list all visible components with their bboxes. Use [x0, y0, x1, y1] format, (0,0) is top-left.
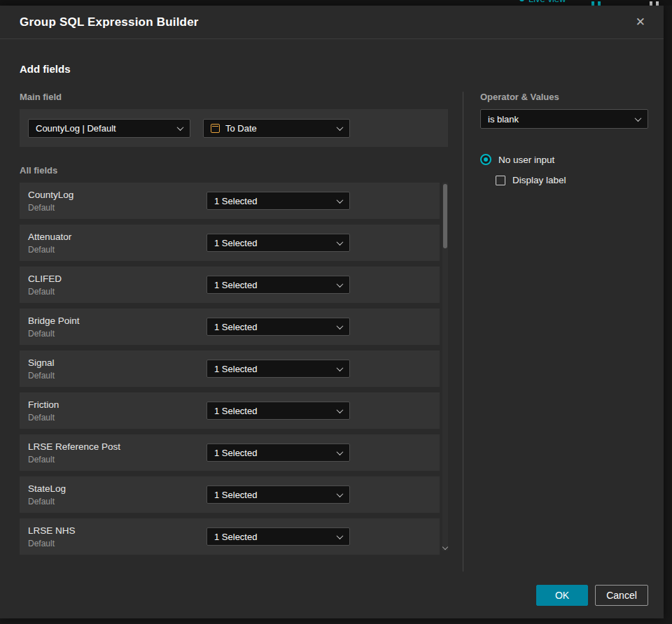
all-fields-label: All fields — [20, 165, 448, 176]
field-row: StateLog Default 1 Selected — [20, 476, 440, 513]
field-row: LRSE Reference Post Default 1 Selected — [20, 434, 440, 471]
all-fields-list: CountyLog Default 1 Selected Attenuator … — [20, 183, 448, 555]
display-label-text: Display label — [512, 175, 566, 185]
field-selected-dropdown[interactable]: 1 Selected — [206, 527, 350, 546]
dialog-footer: OK Cancel — [0, 585, 664, 618]
add-fields-heading: Add fields — [20, 63, 648, 75]
field-meta: StateLog Default — [28, 483, 206, 506]
cancel-button[interactable]: Cancel — [595, 585, 648, 606]
field-row: CLIFED Default 1 Selected — [20, 267, 440, 303]
scrollbar[interactable] — [442, 183, 448, 551]
no-user-input-label: No user input — [498, 155, 554, 165]
field-rows-container: CountyLog Default 1 Selected Attenuator … — [20, 183, 448, 555]
close-icon[interactable]: ✕ — [633, 13, 648, 31]
field-selected-value: 1 Selected — [214, 238, 257, 248]
field-selected-dropdown[interactable]: 1 Selected — [206, 192, 350, 210]
field-selected-value: 1 Selected — [214, 532, 257, 542]
field-row: CountyLog Default 1 Selected — [20, 183, 440, 219]
radio-selected-icon — [480, 154, 491, 165]
field-name: Attenuator — [28, 232, 206, 242]
chevron-down-icon — [635, 115, 642, 122]
background-toolbar-strip: Live view — [0, 0, 672, 6]
field-selected-dropdown[interactable]: 1 Selected — [206, 444, 350, 462]
operator-values-label: Operator & Values — [480, 92, 648, 102]
field-meta: Attenuator Default — [28, 232, 206, 255]
field-name: StateLog — [28, 483, 206, 494]
field-subtitle: Default — [28, 413, 206, 423]
field-selected-value: 1 Selected — [214, 364, 257, 374]
field-meta: Bridge Point Default — [28, 315, 206, 339]
field-subtitle: Default — [28, 455, 206, 465]
operator-select-value: is blank — [488, 114, 519, 125]
checkbox-unchecked-icon — [496, 176, 505, 185]
field-row: Friction Default 1 Selected — [20, 392, 440, 429]
scrollbar-thumb[interactable] — [443, 184, 447, 248]
dialog-body: Add fields Main field CountyLog | Defaul… — [0, 39, 664, 585]
main-field-date-value: To Date — [225, 123, 257, 134]
field-name: CLIFED — [28, 274, 206, 284]
field-selected-dropdown[interactable]: 1 Selected — [206, 360, 350, 378]
field-selected-value: 1 Selected — [214, 448, 257, 458]
operator-values-panel: Operator & Values is blank No user input… — [463, 92, 648, 572]
field-meta: Signal Default — [28, 357, 206, 381]
group-sql-expression-builder-dialog: Group SQL Expression Builder ✕ Add field… — [0, 6, 664, 618]
dialog-header: Group SQL Expression Builder ✕ — [0, 6, 664, 39]
field-name: Bridge Point — [28, 315, 206, 326]
live-view-indicator: Live view — [519, 0, 566, 4]
live-view-label: Live view — [528, 0, 566, 4]
field-selected-dropdown[interactable]: 1 Selected — [206, 485, 350, 504]
main-field-label: Main field — [20, 92, 448, 102]
field-name: CountyLog — [28, 190, 206, 200]
field-meta: CLIFED Default — [28, 274, 206, 297]
chevron-down-icon — [177, 124, 184, 131]
field-subtitle: Default — [28, 245, 206, 255]
field-selected-dropdown[interactable]: 1 Selected — [206, 276, 350, 294]
field-selected-value: 1 Selected — [214, 196, 257, 206]
main-field-select-value: CountyLog | Default — [36, 123, 116, 134]
field-selected-value: 1 Selected — [214, 406, 257, 416]
field-selected-dropdown[interactable]: 1 Selected — [206, 234, 350, 252]
field-selected-value: 1 Selected — [214, 490, 257, 500]
field-selected-dropdown[interactable]: 1 Selected — [206, 402, 350, 420]
field-subtitle: Default — [28, 497, 206, 506]
main-field-select[interactable]: CountyLog | Default — [28, 119, 190, 138]
field-selected-value: 1 Selected — [214, 322, 257, 332]
chevron-down-icon — [337, 532, 344, 539]
field-name: LRSE NHS — [28, 525, 206, 536]
field-row: Attenuator Default 1 Selected — [20, 225, 440, 261]
field-meta: LRSE Reference Post Default — [28, 441, 206, 465]
field-row: LRSE NHS Default 1 Selected — [20, 518, 440, 555]
field-name: Friction — [28, 399, 206, 410]
main-field-row: CountyLog | Default To Date — [20, 109, 448, 147]
chevron-down-icon — [337, 364, 344, 371]
fields-column: Main field CountyLog | Default To Date A… — [20, 92, 448, 572]
field-row: Signal Default 1 Selected — [20, 350, 440, 387]
chevron-down-icon — [337, 406, 344, 413]
main-field-date-select[interactable]: To Date — [203, 119, 350, 138]
chevron-down-icon — [337, 490, 344, 497]
field-meta: CountyLog Default — [28, 190, 206, 213]
chevron-down-icon — [337, 239, 344, 246]
ok-button[interactable]: OK — [536, 585, 588, 606]
field-subtitle: Default — [28, 287, 206, 297]
field-name: LRSE Reference Post — [28, 441, 206, 452]
no-user-input-radio[interactable]: No user input — [480, 154, 648, 165]
chevron-down-icon — [337, 322, 344, 329]
field-subtitle: Default — [28, 371, 206, 381]
operator-select[interactable]: is blank — [480, 109, 648, 129]
chevron-down-icon — [337, 448, 344, 455]
calendar-icon — [211, 124, 220, 133]
field-selected-value: 1 Selected — [214, 280, 257, 290]
field-row: Bridge Point Default 1 Selected — [20, 309, 440, 345]
chevron-down-icon — [337, 124, 344, 131]
display-label-checkbox[interactable]: Display label — [496, 175, 648, 185]
field-subtitle: Default — [28, 203, 206, 213]
chevron-down-icon — [337, 197, 344, 204]
field-meta: LRSE NHS Default — [28, 525, 206, 548]
live-dot-icon — [519, 0, 524, 1]
field-selected-dropdown[interactable]: 1 Selected — [206, 318, 350, 336]
field-meta: Friction Default — [28, 399, 206, 423]
chevron-down-icon — [337, 281, 344, 288]
field-subtitle: Default — [28, 539, 206, 548]
field-subtitle: Default — [28, 329, 206, 339]
